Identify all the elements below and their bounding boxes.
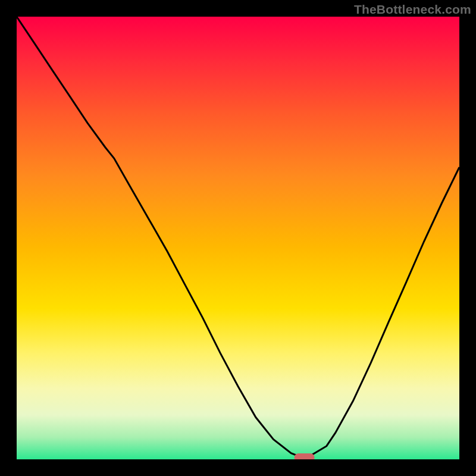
- optimal-marker: [295, 453, 315, 459]
- gradient-background: [17, 17, 459, 459]
- chart-svg: [17, 17, 459, 459]
- plot-area: [17, 17, 459, 459]
- chart-frame: TheBottleneck.com: [0, 0, 476, 476]
- watermark-text: TheBottleneck.com: [354, 2, 471, 17]
